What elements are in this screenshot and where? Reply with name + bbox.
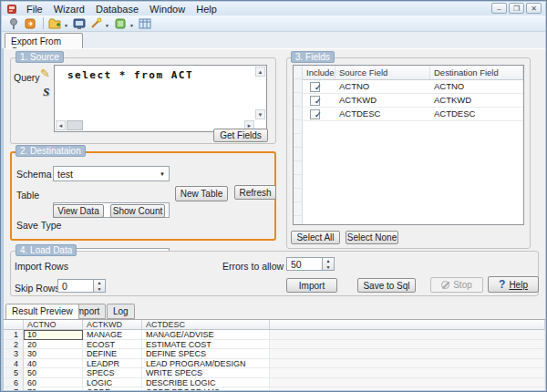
fields-grid-header: Include Source Field Destination Field (303, 66, 523, 80)
menu-help[interactable]: Help (191, 4, 222, 15)
schema-select[interactable]: test ▼ (53, 166, 170, 181)
result-row[interactable]: 6 60 LOGIC DESCRIBE LOGIC (4, 378, 545, 388)
menu-database[interactable]: Database (90, 4, 144, 15)
fields-grid-row-header (294, 66, 303, 224)
scroll-down-icon[interactable]: ▼ (255, 109, 265, 119)
export-icon[interactable] (113, 16, 128, 31)
field-row[interactable]: ✓ ACTNO ACTNO (303, 80, 523, 94)
row-number-column-header (4, 320, 24, 330)
get-fields-button[interactable]: Get Fields (213, 129, 268, 142)
close-button[interactable]: ✕ (526, 3, 542, 14)
disconnect-icon[interactable] (23, 16, 37, 31)
skip-rows-value[interactable]: 0 (57, 279, 94, 293)
wizard-wand-icon[interactable] (88, 16, 103, 31)
edit-query-icon[interactable]: ✎ (40, 67, 50, 80)
tab-result-preview[interactable]: Result Preview (5, 304, 79, 320)
fields-group-title: 3. Fields (291, 51, 335, 63)
minimize-button[interactable]: – (491, 3, 507, 14)
view-data-button[interactable]: View Data (53, 204, 104, 218)
selected-cell[interactable]: 10 (24, 330, 83, 340)
schema-label: Schema (16, 169, 52, 180)
result-row[interactable]: 1 10 MANAGE MANAGE/ADVISE (4, 330, 545, 340)
new-query-folder-icon[interactable] (47, 16, 62, 31)
actdesc-column-header[interactable]: ACTDESC (142, 320, 270, 330)
result-row[interactable]: 2 20 ECOST ESTIMATE COST (4, 340, 545, 350)
fields-grid[interactable]: Include Source Field Destination Field ✓… (293, 65, 524, 225)
save-to-sql-button[interactable]: Save to Sql (357, 278, 416, 293)
hscroll-thumb[interactable] (67, 120, 83, 130)
refresh-button[interactable]: Refresh (234, 185, 276, 200)
errors-spinner[interactable]: 50 ▲ ▼ (286, 257, 335, 271)
result-tab-strip: Result Preview Import Log (4, 304, 545, 319)
destination-field-cell: ACTKWD (430, 94, 523, 107)
load-data-group-title: 4. Load Data (15, 244, 77, 256)
new-table-button[interactable]: New Table (175, 186, 228, 201)
menu-file[interactable]: File (21, 4, 48, 15)
app-window: File Wizard Database Window Help – ❐ ✕ ▼… (0, 0, 547, 392)
toolbar-separator (43, 17, 44, 29)
destination-group-title: 2. Destinataion (15, 145, 86, 157)
chevron-down-icon: ▼ (160, 171, 165, 177)
actkwd-column-header[interactable]: ACTKWD (83, 320, 142, 330)
result-row[interactable]: 3 30 DEFINE DEFINE SPECS (4, 349, 545, 359)
result-grid-header: ACTNO ACTKWD ACTDESC (4, 320, 545, 330)
destination-field-cell: ACTNO (430, 80, 523, 93)
destination-field-column-header[interactable]: Destination Field (430, 66, 523, 79)
menu-wizard[interactable]: Wizard (48, 4, 90, 15)
source-field-cell: ACTNO (335, 80, 430, 93)
include-checkbox[interactable]: ✓ (310, 96, 320, 106)
source-group-title: 1. Source (15, 51, 64, 63)
table-icon[interactable] (138, 16, 152, 31)
include-checkbox[interactable]: ✓ (310, 82, 320, 92)
stop-button[interactable]: Stop (430, 277, 483, 293)
save-type-label: Save Type (16, 220, 61, 231)
result-row[interactable]: 7 70 CODE CODE PROGRAMS (4, 387, 545, 390)
field-row[interactable]: ✓ ACTDESC ACTDESC (303, 108, 523, 121)
menu-window[interactable]: Window (144, 4, 191, 15)
query-window-icon[interactable] (72, 16, 87, 31)
result-grid[interactable]: ACTNO ACTKWD ACTDESC 1 10 MANAGE MANAGE/… (4, 319, 545, 390)
actno-column-header[interactable]: ACTNO (24, 320, 83, 330)
spin-down-icon[interactable]: ▼ (323, 264, 334, 271)
app-icon (6, 4, 17, 15)
restore-button[interactable]: ❐ (509, 3, 524, 14)
query-label: Query (14, 72, 40, 83)
connect-icon[interactable] (6, 16, 21, 31)
field-row[interactable]: ✓ ACTKWD ACTKWD (303, 94, 523, 108)
chevron-down-icon[interactable]: ▼ (64, 23, 68, 28)
import-button[interactable]: Import (286, 278, 337, 293)
chevron-down-icon[interactable]: ▼ (105, 23, 109, 28)
import-rows-label: Import Rows (15, 261, 68, 272)
table-label: Table (16, 190, 39, 201)
scroll-left-icon[interactable]: ◄ (56, 120, 66, 130)
source-field-cell: ACTDESC (335, 108, 430, 120)
query-text[interactable]: select * from ACT (67, 69, 193, 81)
toolbar: ▼ ▼ ▼ (2, 15, 545, 32)
query-editor[interactable]: select * from ACT ▲ ▼ ◄ ► (54, 65, 267, 132)
select-all-button[interactable]: Select All (291, 231, 340, 244)
sql-icon[interactable]: S (43, 85, 49, 99)
result-row[interactable]: 4 40 LEADPR LEAD PROGRAM/DESIGN (4, 359, 545, 369)
spin-down-icon[interactable]: ▼ (94, 286, 105, 293)
show-count-button[interactable]: Show Count (110, 204, 165, 218)
result-row[interactable]: 5 50 SPECS WRITE SPECS (4, 368, 545, 378)
destination-field-cell: ACTDESC (430, 108, 523, 120)
chevron-down-icon[interactable]: ▼ (129, 23, 134, 28)
help-button[interactable]: ? Help (488, 276, 539, 293)
skip-rows-spinner[interactable]: 0 ▲ ▼ (57, 279, 106, 293)
menu-bar: File Wizard Database Window Help – ❐ ✕ (2, 2, 545, 15)
include-checkbox[interactable]: ✓ (310, 109, 320, 119)
source-field-cell: ACTKWD (335, 94, 430, 107)
scroll-up-icon[interactable]: ▲ (255, 67, 265, 77)
tab-export-from-query[interactable]: Export From Query (5, 33, 83, 49)
select-none-button[interactable]: Select None (346, 231, 398, 244)
help-icon: ? (499, 278, 505, 291)
tab-log[interactable]: Log (107, 304, 135, 319)
errors-to-allow-label: Errors to allow (222, 261, 284, 272)
include-column-header[interactable]: Include (303, 66, 335, 79)
errors-value[interactable]: 50 (286, 257, 323, 271)
tab-strip: Export From Query (2, 32, 545, 48)
stop-icon (441, 281, 449, 289)
source-field-column-header[interactable]: Source Field (335, 66, 430, 79)
skip-rows-label: Skip Rows (15, 283, 60, 294)
